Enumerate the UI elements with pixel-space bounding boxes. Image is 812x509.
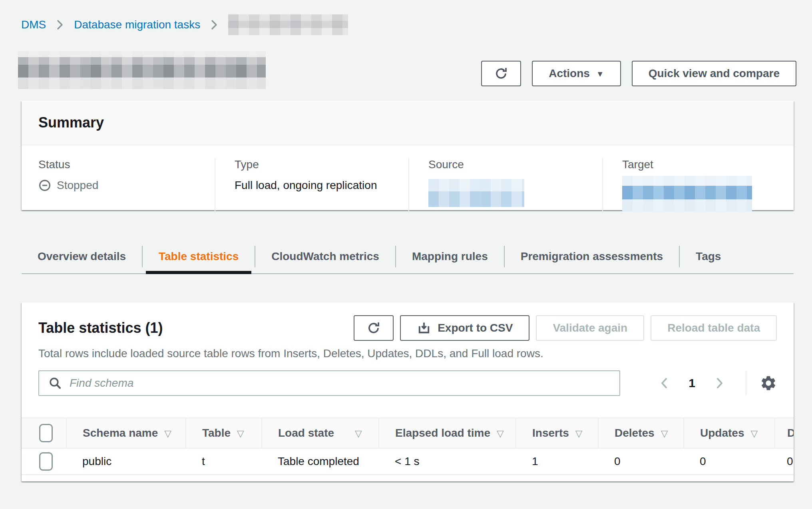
- page-actions: Actions ▼ Quick view and compare: [481, 61, 796, 86]
- type-label: Type: [235, 158, 408, 171]
- row-checkbox[interactable]: [39, 452, 53, 471]
- refresh-icon: [494, 66, 509, 81]
- table-refresh-button[interactable]: [354, 315, 394, 341]
- current-page-number[interactable]: 1: [689, 376, 695, 390]
- caret-down-icon: ▼: [596, 70, 604, 78]
- validate-again-label: Validate again: [553, 322, 627, 334]
- summary-field-status: Status Stopped: [22, 158, 215, 213]
- schema-search-input[interactable]: [70, 377, 611, 390]
- search-icon: [48, 376, 62, 390]
- cell-elapsed-load-time: < 1 s: [379, 448, 516, 475]
- column-header-updates: Updates: [700, 427, 744, 439]
- column-header-ddls-clipped: D: [787, 427, 794, 439]
- download-icon: [417, 321, 431, 335]
- tab-bar: Overview details Table statistics CloudW…: [22, 240, 794, 274]
- table-actions: Export to CSV Validate again Reload tabl…: [354, 315, 777, 341]
- summary-panel: Summary Status Stopped Type Full load, o…: [22, 101, 794, 210]
- sort-icon[interactable]: ▽: [575, 428, 583, 439]
- sort-icon[interactable]: ▽: [750, 428, 758, 439]
- refresh-button[interactable]: [481, 61, 521, 86]
- redacted-source-endpoint[interactable]: [428, 179, 524, 207]
- breadcrumb-link-tasks[interactable]: Database migration tasks: [74, 18, 200, 31]
- column-header-load-state: Load state: [278, 427, 334, 439]
- source-label: Source: [428, 158, 602, 171]
- column-header-deletes: Deletes: [615, 427, 655, 439]
- column-header-table: Table: [202, 427, 231, 439]
- tab-premigration-assessments[interactable]: Premigration assessments: [505, 240, 679, 273]
- column-header-elapsed-load-time: Elapsed load time: [395, 427, 490, 439]
- cell-load-state: Table completed: [262, 448, 379, 475]
- summary-field-source: Source: [408, 158, 602, 213]
- table-statistics-description: Total rows include loaded source table r…: [38, 347, 777, 360]
- summary-title: Summary: [38, 114, 104, 131]
- summary-header: Summary: [22, 101, 794, 145]
- column-header-schema-name: Schema name: [83, 427, 158, 439]
- export-csv-button[interactable]: Export to CSV: [400, 315, 529, 341]
- breadcrumb-link-dms[interactable]: DMS: [21, 18, 46, 31]
- reload-table-data-label: Reload table data: [667, 322, 760, 334]
- chevron-right-icon: [55, 19, 65, 31]
- quick-view-compare-label: Quick view and compare: [649, 67, 780, 80]
- type-value: Full load, ongoing replication: [235, 179, 408, 192]
- sort-icon[interactable]: ▽: [355, 428, 362, 439]
- reload-table-data-button[interactable]: Reload table data: [651, 315, 777, 341]
- table-row: public t Table completed < 1 s 1 0 0 0: [22, 448, 794, 475]
- pagination: 1: [654, 371, 777, 396]
- tab-overview-details[interactable]: Overview details: [22, 240, 142, 273]
- table-statistics-table: Schema name▽ Table▽ Load state▽ Elapsed …: [22, 418, 794, 475]
- redacted-target-endpoint[interactable]: [622, 176, 752, 212]
- sort-icon[interactable]: ▽: [237, 428, 244, 439]
- cell-updates: 0: [684, 448, 775, 475]
- validate-again-button[interactable]: Validate again: [536, 315, 644, 341]
- cell-deletes: 0: [598, 448, 684, 475]
- summary-field-target: Target: [602, 158, 794, 213]
- chevron-right-icon: [209, 19, 219, 31]
- tab-table-statistics[interactable]: Table statistics: [143, 240, 255, 273]
- stopped-icon: [38, 179, 51, 192]
- preferences-gear-button[interactable]: [760, 375, 777, 392]
- export-csv-label: Export to CSV: [438, 322, 513, 334]
- quick-view-compare-button[interactable]: Quick view and compare: [632, 61, 796, 86]
- status-text: Stopped: [57, 179, 98, 192]
- sort-icon[interactable]: ▽: [497, 428, 504, 439]
- table-header-row: Schema name▽ Table▽ Load state▽ Elapsed …: [22, 418, 794, 448]
- actions-button-label: Actions: [549, 67, 590, 80]
- pagination-divider: [746, 371, 746, 396]
- refresh-icon: [366, 320, 381, 336]
- select-all-checkbox[interactable]: [39, 424, 53, 442]
- column-header-inserts: Inserts: [532, 427, 569, 439]
- schema-search-box[interactable]: [38, 370, 620, 396]
- cell-table: t: [186, 448, 262, 475]
- tab-tags[interactable]: Tags: [680, 240, 737, 273]
- cell-ddls-clipped: 0: [775, 448, 794, 475]
- status-label: Status: [38, 158, 215, 171]
- sort-icon[interactable]: ▽: [661, 428, 668, 439]
- previous-page-button[interactable]: [654, 376, 674, 391]
- cell-inserts: 1: [516, 448, 598, 475]
- status-value: Stopped: [38, 179, 215, 192]
- breadcrumb: DMS Database migration tasks: [21, 14, 348, 35]
- summary-field-type: Type Full load, ongoing replication: [215, 158, 408, 213]
- redacted-page-title: [18, 51, 266, 89]
- next-page-button[interactable]: [710, 376, 730, 391]
- cell-schema-name: public: [66, 448, 186, 475]
- summary-grid: Status Stopped Type Full load, ongoing r…: [22, 145, 794, 213]
- table-statistics-title: Table statistics (1): [38, 320, 163, 336]
- tab-mapping-rules[interactable]: Mapping rules: [396, 240, 504, 273]
- tab-cloudwatch-metrics[interactable]: CloudWatch metrics: [255, 240, 395, 273]
- table-statistics-panel: Table statistics (1) Export to CSV Valid…: [22, 302, 794, 481]
- actions-button[interactable]: Actions ▼: [532, 61, 621, 86]
- redacted-task-name: [228, 14, 348, 35]
- target-label: Target: [622, 158, 794, 171]
- gear-icon: [760, 375, 777, 392]
- sort-icon[interactable]: ▽: [164, 428, 171, 439]
